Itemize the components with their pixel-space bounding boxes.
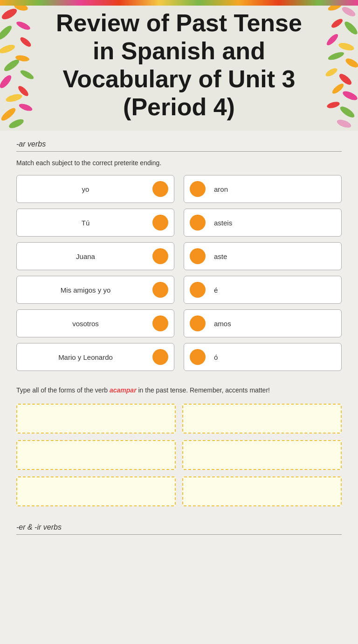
ending-amos-dot[interactable] [190,315,206,331]
conjugation-section: Type all of the forms of the verb acampa… [16,385,342,506]
matching-area: yo Tú Juana Mis amigos y yo vosotros Mar… [16,175,342,371]
svg-point-2 [0,24,14,42]
section1-heading: -ar verbs [16,140,342,152]
ending-aste-dot[interactable] [190,248,206,264]
conjugation-instruction: Type all of the forms of the verb acampa… [16,385,342,395]
main-content: -ar verbs Match each subject to the corr… [0,131,358,644]
ending-aste-label: aste [214,252,336,260]
section3-heading: -er & -ir verbs [16,523,342,535]
ending-item-e[interactable]: é [184,276,342,304]
ending-aron-dot[interactable] [190,181,206,197]
subject-vosotros-label: vosotros [22,320,149,328]
ending-aron-label: aron [214,185,336,193]
subject-juana-label: Juana [22,252,149,260]
ending-item-asteis[interactable]: asteis [184,209,342,237]
conj-input-5[interactable] [16,476,176,506]
subject-yo-label: yo [22,185,149,193]
subject-misamigos-label: Mis amigos y yo [22,286,149,294]
subject-item-mario[interactable]: Mario y Leonardo [16,343,174,371]
subject-mario-label: Mario y Leonardo [22,353,149,361]
subject-item-yo[interactable]: yo [16,175,174,203]
subjects-column: yo Tú Juana Mis amigos y yo vosotros Mar… [16,175,174,371]
ending-o-label: ó [214,353,336,361]
ending-amos-label: amos [214,320,336,328]
ending-item-o[interactable]: ó [184,343,342,371]
subject-mario-dot[interactable] [152,349,168,365]
ending-asteis-dot[interactable] [190,215,206,231]
verb-acampar: acampar [110,386,137,394]
page-title: Review of Past Tense in Spanish and Voca… [14,0,344,130]
section1-instruction: Match each subject to the correct preter… [16,159,342,167]
svg-point-21 [344,56,358,69]
subject-item-vosotros[interactable]: vosotros [16,309,174,337]
subject-vosotros-dot[interactable] [152,315,168,331]
svg-point-8 [0,73,13,90]
ending-item-amos[interactable]: amos [184,309,342,337]
conj-input-2[interactable] [182,404,342,434]
page-header: Review of Past Tense in Spanish and Voca… [0,0,358,131]
conj-input-1[interactable] [16,404,176,434]
ending-asteis-label: asteis [214,219,336,227]
section3: -er & -ir verbs [16,516,342,535]
conjugation-grid [16,404,342,506]
conj-input-3[interactable] [16,440,176,470]
subject-misamigos-dot[interactable] [152,282,168,298]
subject-item-tu[interactable]: Tú [16,209,174,237]
subject-item-juana[interactable]: Juana [16,242,174,270]
ending-item-aron[interactable]: aron [184,175,342,203]
subject-juana-dot[interactable] [152,248,168,264]
subject-tu-label: Tú [22,219,149,227]
ending-e-dot[interactable] [190,282,206,298]
svg-point-17 [343,20,358,36]
subject-item-misaigos[interactable]: Mis amigos y yo [16,276,174,304]
conj-input-6[interactable] [182,476,342,506]
subject-yo-dot[interactable] [152,181,168,197]
ending-item-aste[interactable]: aste [184,242,342,270]
ending-o-dot[interactable] [190,349,206,365]
ending-e-label: é [214,286,336,294]
conj-input-4[interactable] [182,440,342,470]
endings-column: aron asteis aste é amos ó [184,175,342,371]
subject-tu-dot[interactable] [152,215,168,231]
